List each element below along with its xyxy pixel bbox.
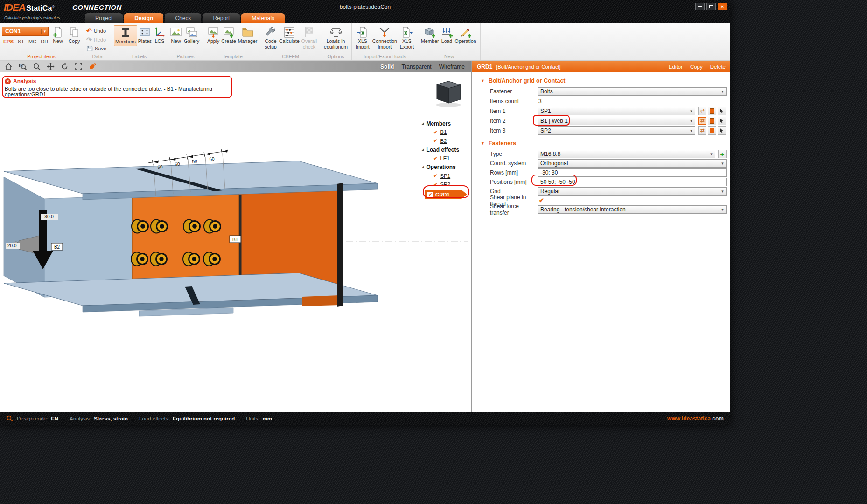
tree-item-b2[interactable]: ✔B2 bbox=[421, 137, 471, 146]
item2-dropdown[interactable]: B1 | Web 1 ▾ bbox=[538, 117, 695, 125]
cursor-icon[interactable] bbox=[718, 126, 726, 135]
plate-select-icon[interactable] bbox=[708, 107, 716, 115]
tree-item-sp2[interactable]: ✔SP2 bbox=[421, 180, 471, 189]
transfer-icon[interactable]: ⇄ bbox=[698, 107, 706, 115]
picture-new-button[interactable]: New bbox=[169, 25, 183, 45]
item1-dropdown[interactable]: SP1 ▾ bbox=[538, 107, 695, 115]
website-link[interactable]: www.ideastatica.com bbox=[667, 415, 724, 422]
xls-import-button[interactable]: XLS Import bbox=[354, 25, 371, 50]
check-icon[interactable]: ✔ bbox=[434, 130, 437, 135]
transfer-icon[interactable]: ⇄ bbox=[698, 117, 706, 125]
model-3d-view[interactable]: 50 50 50 50 -30.0 20.0 B1 B2 bbox=[0, 72, 471, 412]
tree-item-le1[interactable]: ✔LE1 bbox=[421, 154, 471, 163]
expander-icon: ◢ bbox=[421, 165, 424, 169]
fit-view-icon[interactable] bbox=[75, 63, 83, 70]
minimize-button[interactable] bbox=[695, 3, 705, 10]
template-manager-button[interactable]: Manager bbox=[237, 25, 258, 45]
view-mode-transparent[interactable]: Transparent bbox=[401, 63, 431, 70]
transfer-icon[interactable]: ⇄ bbox=[698, 126, 706, 135]
bolt-type-dropdown[interactable]: M16 8.8 ▾ bbox=[538, 150, 715, 158]
section-bolt-anchor-grid[interactable]: ▼ Bolt/Anchor grid or Contact bbox=[472, 75, 730, 86]
positions-input[interactable]: 50 50; -50 -50 bbox=[538, 178, 727, 186]
check-icon[interactable]: ✔ bbox=[434, 138, 437, 143]
tree-group-members[interactable]: ◢Members bbox=[421, 119, 471, 128]
check-icon[interactable]: ✔ bbox=[434, 156, 437, 161]
labels-plates-button[interactable]: Plates bbox=[137, 25, 153, 45]
tree-group-operations[interactable]: ◢Operations bbox=[421, 163, 471, 172]
editor-button[interactable]: Editor bbox=[669, 64, 683, 70]
picture-gallery-button[interactable]: Gallery bbox=[183, 25, 200, 45]
copy-item-button[interactable]: Copy bbox=[67, 25, 81, 45]
zoom-icon[interactable] bbox=[33, 63, 41, 70]
calculate-button[interactable]: Calculate bbox=[278, 25, 301, 45]
undo-button[interactable]: ↶Undo bbox=[85, 27, 110, 35]
new-load-button[interactable]: Load bbox=[440, 25, 454, 45]
plate-select-icon[interactable] bbox=[708, 117, 716, 125]
cursor-icon[interactable] bbox=[718, 117, 726, 125]
navigation-cube[interactable] bbox=[436, 81, 461, 107]
fastener-dropdown[interactable]: Bolts ▾ bbox=[538, 87, 727, 96]
tab-report[interactable]: Report bbox=[203, 13, 240, 23]
copy-operation-button[interactable]: Copy bbox=[690, 64, 703, 70]
labels-members-button[interactable]: Members bbox=[114, 25, 137, 46]
new-operation-button[interactable]: Operation bbox=[454, 25, 477, 45]
cursor-icon[interactable] bbox=[718, 107, 726, 115]
check-icon[interactable]: ✔ bbox=[434, 182, 437, 187]
active-connection-dropdown[interactable]: CON1 ▾ bbox=[2, 27, 49, 36]
ribbon-group-new: Member Load Operation New bbox=[418, 23, 481, 60]
tab-check[interactable]: Check bbox=[165, 13, 201, 23]
tree-group-load-effects[interactable]: ◢Load effects bbox=[421, 145, 471, 154]
property-row-shear-transfer: Shear force transfer Bearing - tension/s… bbox=[472, 205, 730, 214]
item3-dropdown[interactable]: SP2 ▾ bbox=[538, 126, 695, 135]
section-fasteners[interactable]: ▼ Fasteners bbox=[472, 137, 730, 149]
maximize-button[interactable] bbox=[706, 3, 716, 10]
code-setup-button[interactable]: Code setup bbox=[263, 25, 278, 50]
labels-lcs-button[interactable]: LCS bbox=[153, 25, 167, 45]
xls-export-button[interactable]: XLS Export bbox=[398, 25, 416, 50]
loads-in-equilibrium-button[interactable]: Loads in equilibrium bbox=[322, 25, 350, 50]
mode-mc[interactable]: MC bbox=[28, 39, 36, 44]
plate-select-icon[interactable] bbox=[708, 126, 716, 135]
model-viewport[interactable]: 50 50 50 50 -30.0 20.0 B1 B2 bbox=[0, 72, 471, 412]
mode-dr[interactable]: DR bbox=[41, 39, 48, 44]
chevron-down-icon: ▾ bbox=[688, 119, 695, 123]
grid-dropdown[interactable]: Regular ▾ bbox=[538, 187, 727, 196]
expander-icon: ◢ bbox=[421, 122, 424, 126]
check-icon[interactable]: ✔ bbox=[427, 192, 433, 197]
delete-operation-button[interactable]: Delete bbox=[710, 64, 726, 70]
tab-materials[interactable]: Materials bbox=[241, 13, 285, 23]
create-template-icon bbox=[223, 26, 235, 38]
template-create-button[interactable]: Create bbox=[220, 25, 237, 45]
tab-project[interactable]: Project bbox=[85, 13, 123, 23]
coord-system-dropdown[interactable]: Orthogonal ▾ bbox=[538, 159, 727, 168]
connection-import-button[interactable]: Connection Import bbox=[371, 25, 398, 50]
model-tree: ◢Members ✔B1 ✔B2 ◢Load effects ✔LE1 ◢Ope… bbox=[421, 119, 471, 199]
pan-icon[interactable] bbox=[47, 63, 55, 70]
add-bolt-assembly-button[interactable]: + bbox=[718, 150, 727, 158]
view-mode-solid[interactable]: Solid bbox=[380, 63, 394, 70]
new-member-button[interactable]: Member bbox=[420, 25, 440, 45]
save-button[interactable]: Save bbox=[85, 44, 110, 53]
check-icon[interactable]: ✔ bbox=[434, 173, 437, 178]
template-apply-button[interactable]: Apply bbox=[206, 25, 220, 45]
shear-transfer-dropdown[interactable]: Bearing - tension/shear interaction ▾ bbox=[538, 205, 727, 214]
rows-input[interactable]: -30; 30 bbox=[538, 168, 727, 177]
tree-item-grd1-selected[interactable]: ✔ GRD1 bbox=[425, 190, 467, 199]
view-mode-wireframe[interactable]: Wireframe bbox=[439, 63, 465, 70]
redo-button[interactable]: ↷Redo bbox=[85, 35, 110, 44]
property-row-rows: Rows [mm] -30; 30 bbox=[472, 168, 730, 177]
tree-item-sp1[interactable]: ✔SP1 bbox=[421, 172, 471, 181]
gallery-icon bbox=[186, 26, 198, 38]
tab-design[interactable]: Design bbox=[124, 13, 163, 23]
shear-plane-checkbox[interactable]: ✔ bbox=[538, 197, 544, 204]
mode-st[interactable]: ST bbox=[18, 39, 24, 44]
close-button[interactable]: × bbox=[718, 3, 727, 10]
home-view-icon[interactable] bbox=[5, 63, 13, 70]
zoom-window-icon[interactable] bbox=[19, 63, 27, 70]
mode-eps[interactable]: EPS bbox=[3, 39, 14, 44]
rotate-icon[interactable] bbox=[61, 63, 69, 70]
new-item-button[interactable]: New bbox=[51, 25, 65, 45]
overall-check-button[interactable]: Overall check bbox=[301, 25, 318, 50]
paint-results-icon[interactable] bbox=[89, 63, 97, 70]
tree-item-b1[interactable]: ✔B1 bbox=[421, 128, 471, 137]
